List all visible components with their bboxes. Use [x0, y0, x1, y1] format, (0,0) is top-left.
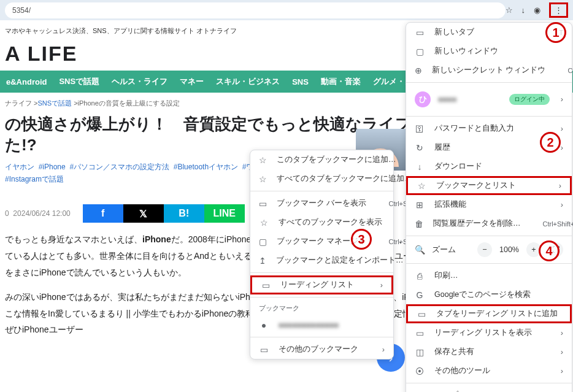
menu-item-reading-list[interactable]: ▭リーディング リスト›	[250, 275, 393, 294]
bar-icon: ▭	[259, 199, 267, 209]
chevron-right-icon: ›	[557, 201, 563, 209]
callout-4: 4	[539, 240, 560, 261]
menu-item-print[interactable]: ⎙印刷…	[406, 266, 572, 285]
page-icon: ●	[259, 320, 269, 330]
reading-list-icon: ▭	[415, 328, 425, 338]
window-icon: ▢	[415, 47, 425, 56]
star-icon: ☆	[259, 174, 267, 184]
share-x[interactable]: 𝕏	[123, 204, 164, 223]
menu-item-bookmark-tab[interactable]: ☆このタブをブックマークに追加…Ctrl+D	[250, 150, 393, 169]
callout-2: 2	[540, 132, 561, 153]
manager-icon: ▢	[259, 237, 267, 247]
tag-link[interactable]: #iPhone	[39, 163, 66, 171]
chevron-right-icon: ›	[555, 182, 561, 190]
browser-urlbar: 5354/ ☆ ↓ ◉ ⋮	[0, 0, 573, 20]
tag-link[interactable]: #パソコン／スマホの設定方法	[69, 163, 169, 171]
menu-item-google-search[interactable]: GGoogleでこのページを検索	[406, 285, 572, 304]
star-icon[interactable]: ☆	[506, 6, 513, 15]
folder-icon: ▭	[259, 345, 269, 355]
nav-item[interactable]: スキル・ビジネス	[210, 76, 286, 87]
chevron-right-icon: ›	[557, 367, 563, 375]
chevron-right-icon: ›	[377, 281, 383, 290]
reading-list-icon: ▭	[261, 280, 271, 290]
menu-item-new-window[interactable]: ▢新しいウィンドウ	[406, 42, 572, 61]
nav-item[interactable]: e&Android	[0, 77, 53, 86]
dots-vertical-icon: ⋮	[555, 6, 563, 15]
callout-1: 1	[545, 22, 566, 43]
star-icon: ☆	[417, 181, 426, 191]
download-icon: ↓	[415, 162, 425, 172]
login-badge: ログイン中	[509, 94, 550, 105]
star-icon: ☆	[259, 218, 269, 228]
crumb: iPhoneの音質を最上級にする設定	[78, 99, 180, 107]
chevron-right-icon: ›	[557, 329, 563, 337]
crumb[interactable]: ナライフ	[5, 99, 32, 107]
google-icon: G	[415, 290, 425, 300]
chevron-right-icon: ›	[557, 125, 563, 133]
print-icon: ⎙	[415, 271, 425, 281]
menu-item-save-share[interactable]: ◫保存と共有›	[406, 342, 572, 361]
avatar: ひ	[415, 91, 431, 107]
share-hatena[interactable]: B!	[164, 204, 204, 223]
url-field[interactable]: 5354/	[5, 2, 506, 18]
bookmark-item[interactable]: ●●●●●●●●●●●●●●	[250, 315, 393, 334]
reading-list-add-icon: ▭	[417, 309, 426, 319]
history-icon: ↻	[415, 143, 425, 153]
chevron-right-icon: ›	[557, 348, 563, 356]
chevron-right-icon: ›	[379, 345, 385, 354]
menu-item-downloads[interactable]: ↓ダウンロード	[406, 157, 572, 176]
menu-item-clear-data[interactable]: 🗑閲覧履歴データを削除…Ctrl+Shift+Delete	[406, 214, 572, 233]
download-icon[interactable]: ↓	[521, 6, 526, 15]
trash-icon: 🗑	[415, 219, 423, 229]
menu-item-help[interactable]: ?ヘルプ›	[406, 386, 572, 392]
zoom-value: 100%	[499, 245, 519, 254]
star-icon: ☆	[259, 155, 267, 165]
nav-item[interactable]: SNSで話題	[53, 76, 106, 87]
menu-item-add-reading-list[interactable]: ▭タブをリーディング リストに追加	[406, 304, 572, 323]
menu-item-bookmark-all[interactable]: ☆すべてのタブをブックマークに追加…Ctrl+Shift+D	[250, 169, 393, 188]
tab-icon: ▭	[415, 28, 425, 37]
nav-item[interactable]: 動画・音楽	[315, 76, 367, 87]
menu-profile[interactable]: ひ ●●●● ログイン中 ›	[406, 85, 572, 113]
nav-item[interactable]: マネー	[174, 76, 210, 87]
nav-item[interactable]: SNS	[286, 77, 315, 86]
tools-icon: ⦿	[415, 366, 425, 376]
menu-item-extensions[interactable]: ⊞拡張機能›	[406, 195, 572, 214]
tag-link[interactable]: #Instagramで話題	[5, 175, 64, 183]
menu-item-incognito[interactable]: ⊕新しいシークレット ウィンドウCtrl+Shift+N	[406, 61, 572, 80]
menu-item-import[interactable]: ↥ブックマークと設定をインポート…	[250, 251, 393, 270]
menu-item-all-bookmarks[interactable]: ☆すべてのブックマークを表示	[250, 213, 393, 232]
chrome-main-menu: ▭新しいタブT ▢新しいウィンドウ ⊕新しいシークレット ウィンドウCtrl+S…	[406, 22, 572, 392]
profile-icon[interactable]: ◉	[534, 6, 540, 15]
nav-item[interactable]: ヘルス・ライフ	[106, 76, 174, 87]
menu-item-show-reading-list[interactable]: ▭リーディング リストを表示›	[406, 323, 572, 342]
zoom-icon: 🔍	[415, 245, 425, 255]
browser-menu-button[interactable]: ⋮	[549, 2, 568, 18]
menu-item-show-bar[interactable]: ▭ブックマーク バーを表示Ctrl+Shift+B	[250, 194, 393, 213]
extensions-icon: ⊞	[415, 200, 425, 210]
tag-link[interactable]: イヤホン	[5, 163, 34, 171]
menu-item-bookmarks-lists[interactable]: ☆ブックマークとリスト›	[406, 176, 572, 195]
tag-link[interactable]: #Bluetoothイヤホン	[174, 163, 238, 171]
chevron-right-icon: ›	[557, 95, 563, 104]
menu-item-other-bookmarks[interactable]: ▭その他のブックマーク›	[250, 340, 393, 359]
callout-3: 3	[351, 229, 372, 250]
bookmarks-submenu: ☆このタブをブックマークに追加…Ctrl+D ☆すべてのタブをブックマークに追加…	[250, 150, 394, 359]
menu-item-more-tools[interactable]: ⦿その他のツール›	[406, 361, 572, 380]
save-icon: ◫	[415, 347, 425, 357]
share-line[interactable]: LINE	[204, 204, 245, 223]
key-icon: ⚿	[415, 124, 425, 134]
crumb-link[interactable]: SNSで話題	[37, 99, 72, 107]
view-count: 0	[5, 209, 9, 218]
site-logo[interactable]: A LIFE	[5, 42, 77, 66]
incognito-icon: ⊕	[415, 66, 422, 75]
import-icon: ↥	[259, 256, 266, 266]
zoom-out-button[interactable]: −	[477, 242, 492, 257]
menu-item-bookmark-manager[interactable]: ▢ブックマーク マネージャCtrl+Shift+O	[250, 232, 393, 251]
publish-date: 2024/06/24 12:00	[13, 209, 70, 218]
menu-heading-bookmarks: ブックマーク	[250, 300, 393, 315]
share-facebook[interactable]: f	[83, 204, 123, 223]
